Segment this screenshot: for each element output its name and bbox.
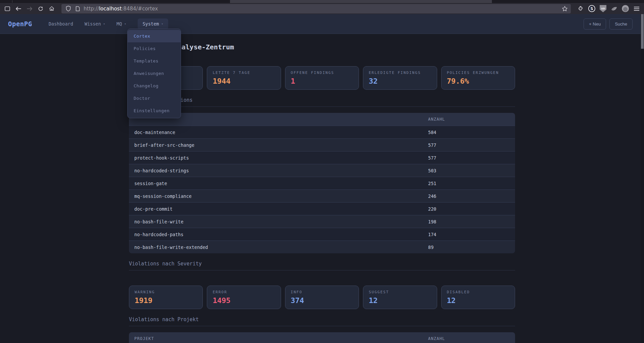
rule-count: 503 — [428, 168, 515, 173]
rule-name: mq-session-compliance — [129, 194, 428, 199]
forward-icon[interactable] — [26, 5, 33, 12]
nav-item-wissen[interactable]: Wissen — [85, 21, 105, 27]
column-header-projekt: PROJEKT — [129, 336, 428, 341]
nav-item-mq[interactable]: MQ — [117, 21, 126, 27]
shield-icon[interactable] — [65, 5, 72, 12]
severity-card-disabled: DISABLED 12 — [441, 286, 515, 309]
new-button[interactable]: + Neu — [584, 18, 606, 30]
table-row: mq-session-compliance246 — [129, 189, 515, 202]
nav-item-system[interactable]: System — [138, 18, 168, 29]
sidebar-icon[interactable] — [4, 5, 11, 12]
table-row: no-hardcoded-paths174 — [129, 228, 515, 241]
nav-item-dashboard[interactable]: Dashboard — [49, 21, 73, 27]
severity-value: 1495 — [213, 296, 275, 305]
stat-value: 32 — [369, 77, 431, 85]
account-avatar[interactable] — [622, 5, 629, 12]
severity-label: WARNING — [135, 290, 197, 294]
page-info-icon[interactable] — [74, 5, 81, 12]
nav-item-label: Dashboard — [49, 21, 73, 27]
reload-icon[interactable] — [37, 5, 44, 12]
nav-item-label: MQ — [117, 21, 122, 27]
url-text[interactable]: http://localhost:8484/#cortex — [84, 6, 158, 12]
menu-item-templates[interactable]: Templates — [128, 55, 181, 67]
stat-card-letzte-7-tage: LETZTE 7 TAGE 1944 — [207, 66, 281, 90]
table-row: no-hardcoded-strings503 — [129, 164, 515, 177]
active-tab[interactable] — [230, 0, 492, 3]
rule-count: 89 — [428, 245, 515, 250]
severity-value: 12 — [447, 296, 509, 305]
rule-count: 198 — [428, 219, 515, 224]
rule-name: no-hardcoded-strings — [129, 168, 428, 173]
stat-label: OFFENE FINDINGS — [291, 71, 353, 75]
stat-label: ERLEDIGTE FINDINGS — [369, 71, 431, 75]
url-bar[interactable]: http://localhost:8484/#cortex — [61, 4, 571, 13]
severity-label: ERROR — [213, 290, 275, 294]
extensions-puzzle-icon[interactable] — [577, 5, 584, 12]
tab-separator — [12, 0, 12, 3]
table-row: brief-after-src-change577 — [129, 138, 515, 151]
severity-card-suggest: SUGGEST 12 — [363, 286, 437, 309]
stat-card-offene-findings: OFFENE FINDINGS 1 — [285, 66, 359, 90]
table-row: doc-pre-commit220 — [129, 202, 515, 215]
scrollbar — [641, 14, 644, 343]
search-button[interactable]: Suche — [609, 18, 633, 30]
severity-value: 374 — [291, 296, 353, 305]
url-protocol: http:// — [84, 6, 99, 12]
chevron-down-icon — [161, 22, 163, 26]
menu-item-changelog[interactable]: Changelog — [128, 80, 181, 92]
severity-label: SUGGEST — [369, 290, 431, 294]
section-heading-projekt: Violations nach Projekt — [129, 316, 515, 326]
extension-icon[interactable] — [611, 5, 617, 12]
rule-name: no-bash-file-write-extended — [129, 245, 428, 250]
app-navbar: OpenPG Dashboard Wissen MQ System + Neu … — [0, 14, 641, 34]
severity-cards-row: WARNING 1919 ERROR 1495 INFO 374 SUGGEST… — [129, 286, 515, 309]
scrollbar-thumb[interactable] — [641, 14, 644, 49]
menu-item-doctor[interactable]: Doctor — [128, 92, 181, 104]
url-host: localhost — [99, 6, 122, 12]
stat-label: LETZTE 7 TAGE — [213, 71, 275, 75]
table-header-row: PROJEKT ANZAHL — [129, 332, 515, 343]
menu-item-einstellungen[interactable]: Einstellungen — [128, 104, 181, 117]
rule-count: 584 — [428, 130, 515, 135]
url-rest: :8484/#cortex — [122, 6, 158, 12]
tab-strip — [0, 0, 644, 3]
menu-item-policies[interactable]: Policies — [128, 42, 181, 55]
section-heading-top-violations: Top Policy Violations — [129, 97, 515, 107]
severity-label: DISABLED — [447, 290, 509, 294]
stat-card-policies-erzwungen: POLICIES ERZWUNGEN 79.6% — [441, 66, 515, 90]
bookmark-star-icon[interactable] — [561, 5, 568, 12]
rule-count: 174 — [428, 232, 515, 237]
rule-name: doc-maintenance — [129, 130, 428, 135]
menu-item-anweisungen[interactable]: Anweisungen — [128, 67, 181, 80]
nav-item-label: System — [143, 21, 159, 27]
table-row: doc-maintenance584 — [129, 126, 515, 138]
table-row: no-bash-file-write-extended89 — [129, 241, 515, 253]
browser-toolbar: http://localhost:8484/#cortex S UD — [0, 3, 644, 14]
home-icon[interactable] — [48, 5, 55, 12]
rule-name: protect-hook-scripts — [129, 155, 428, 161]
stat-value: 1944 — [213, 77, 275, 85]
nav-menu: Dashboard Wissen MQ System — [49, 18, 168, 29]
ublock-shield-icon[interactable]: UD — [600, 5, 606, 12]
rule-name: no-hardcoded-paths — [129, 232, 428, 237]
severity-card-warning: WARNING 1919 — [129, 286, 203, 309]
severity-value: 1919 — [135, 296, 197, 305]
menu-item-cortex[interactable]: Cortex — [128, 30, 181, 42]
stat-label: POLICIES ERZWUNGEN — [447, 71, 509, 75]
severity-card-error: ERROR 1495 — [207, 286, 281, 309]
stat-value: 79.6% — [447, 77, 509, 85]
rule-name: no-bash-file-write — [129, 219, 428, 224]
severity-label: INFO — [291, 290, 353, 294]
main-content: Violations-Analyse-Zentrum LETZTE 7 TAGE… — [0, 34, 644, 343]
menu-hamburger-icon[interactable] — [633, 5, 640, 12]
chevron-down-icon — [124, 22, 126, 26]
back-icon[interactable] — [15, 5, 22, 12]
stat-cards-row: LETZTE 7 TAGE 1944 OFFENE FINDINGS 1 ERL… — [129, 66, 515, 90]
rule-name: session-gate — [129, 181, 428, 186]
table-row: no-bash-file-write198 — [129, 215, 515, 228]
table-header-row: ANZAHL — [129, 113, 515, 126]
rule-count: 220 — [428, 206, 515, 212]
rule-count: 246 — [428, 194, 515, 199]
s-extension-icon[interactable]: S — [588, 5, 595, 12]
browser-chrome: http://localhost:8484/#cortex S UD — [0, 0, 644, 14]
